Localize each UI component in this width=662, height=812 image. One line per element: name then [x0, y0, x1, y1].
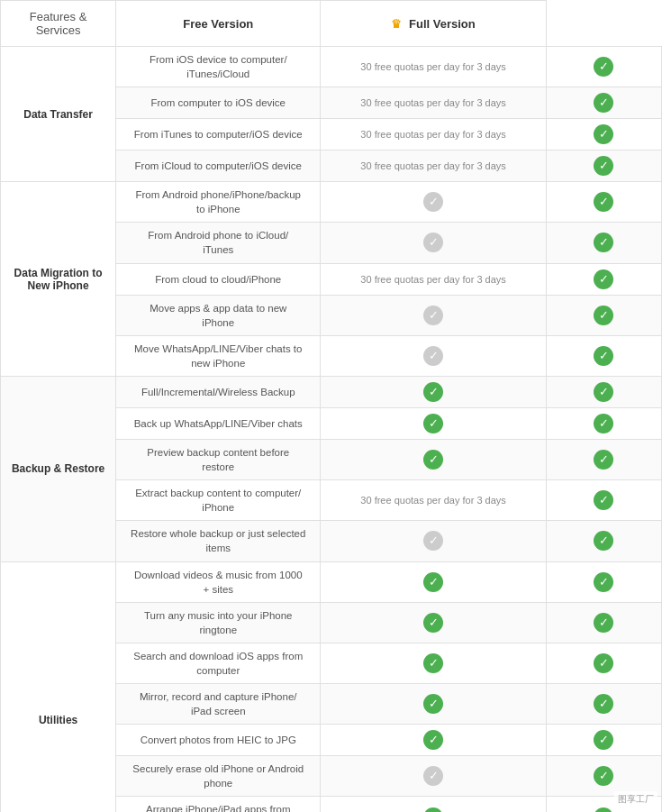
full-cell: ✓ [546, 521, 661, 561]
free-cell: ✓ [321, 756, 546, 797]
full-cell: ✓ [546, 263, 661, 295]
full-cell: ✓ [546, 439, 661, 479]
feature-cell: Back up WhatsApp/LINE/Viber chats [116, 407, 321, 439]
free-cell: 30 free quotas per day for 3 days [321, 87, 546, 119]
category-cell: Utilities [1, 561, 116, 812]
free-check-icon: ✓ [423, 414, 443, 433]
free-cell: ✓ [321, 602, 546, 643]
free-check-icon: ✓ [423, 382, 443, 402]
feature-cell: Download videos & music from 1000+ sites [116, 561, 321, 602]
full-cell: ✓ [546, 119, 661, 151]
free-cell: ✓ [321, 407, 546, 439]
full-check-icon: ✓ [594, 233, 613, 252]
full-cell: ✓ [546, 684, 661, 725]
feature-cell: Search and download iOS apps fromcompute… [116, 643, 321, 683]
full-check-icon: ✓ [594, 156, 613, 176]
free-cell: 30 free quotas per day for 3 days [321, 47, 546, 87]
free-cell: 30 free quotas per day for 3 days [321, 263, 546, 295]
full-cell: ✓ [546, 407, 661, 439]
full-check-icon: ✓ [594, 653, 613, 673]
feature-cell: Full/Incremental/Wireless Backup [116, 376, 321, 407]
feature-cell: From computer to iOS device [116, 87, 321, 119]
full-check-icon: ✓ [594, 572, 613, 592]
full-check-icon: ✓ [594, 414, 613, 433]
free-gray-icon: ✓ [423, 306, 443, 325]
full-cell: ✓ [546, 223, 661, 263]
free-gray-icon: ✓ [423, 233, 443, 252]
free-check-icon: ✓ [423, 613, 443, 633]
free-header: Free Version [116, 1, 321, 47]
full-header: ♛ Full Version [321, 1, 546, 47]
full-check-icon: ✓ [594, 346, 613, 366]
full-check-icon: ✓ [594, 613, 613, 633]
full-cell: ✓ [546, 602, 661, 643]
full-cell: ✓ [546, 151, 661, 182]
free-cell: ✓ [321, 439, 546, 479]
free-gray-icon: ✓ [423, 192, 443, 212]
free-gray-icon: ✓ [423, 766, 443, 786]
free-cell: ✓ [321, 561, 546, 602]
category-cell: Data Transfer [1, 47, 116, 182]
full-check-icon: ✓ [594, 93, 613, 113]
free-check-icon: ✓ [423, 807, 443, 812]
feature-cell: Securely erase old iPhone or Androidphon… [116, 756, 321, 797]
feature-cell: From iCloud to computer/iOS device [116, 151, 321, 182]
full-check-icon: ✓ [594, 124, 613, 144]
feature-cell: Turn any music into your iPhoneringtone [116, 602, 321, 643]
feature-cell: From iOS device to computer/iTunes/iClou… [116, 47, 321, 87]
free-cell: ✓ [321, 797, 546, 812]
full-check-icon: ✓ [594, 531, 613, 551]
feature-cell: From iTunes to computer/iOS device [116, 119, 321, 151]
full-cell: ✓ [546, 47, 661, 87]
comparison-table: Features & Services Free Version ♛ Full … [0, 0, 662, 812]
free-check-icon: ✓ [423, 450, 443, 470]
full-cell: ✓ [546, 725, 661, 756]
feature-cell: Mirror, record and capture iPhone/iPad s… [116, 684, 321, 725]
full-cell: ✓ [546, 376, 661, 407]
full-check-icon: ✓ [594, 382, 613, 402]
free-cell: ✓ [321, 725, 546, 756]
full-cell: ✓ [546, 643, 661, 683]
feature-cell: Arrange iPhone/iPad apps fromcomputer [116, 797, 321, 812]
free-check-icon: ✓ [423, 653, 443, 673]
feature-cell: Extract backup content to computer/iPhon… [116, 480, 321, 521]
free-cell: 30 free quotas per day for 3 days [321, 151, 546, 182]
feature-cell: From Android phone/iPhone/backupto iPhon… [116, 182, 321, 223]
free-cell: ✓ [321, 521, 546, 561]
feature-cell: Move WhatsApp/LINE/Viber chats tonew iPh… [116, 335, 321, 376]
free-check-icon: ✓ [423, 730, 443, 750]
full-cell: ✓ [546, 561, 661, 602]
free-cell: 30 free quotas per day for 3 days [321, 119, 546, 151]
full-cell: ✓ [546, 295, 661, 335]
full-check-icon: ✓ [594, 306, 613, 325]
feature-cell: Preview backup content beforerestore [116, 439, 321, 479]
feature-cell: Restore whole backup or just selectedite… [116, 521, 321, 561]
feature-cell: Convert photos from HEIC to JPG [116, 725, 321, 756]
full-cell: ✓ [546, 480, 661, 521]
full-check-icon: ✓ [594, 490, 613, 510]
full-cell: ✓ [546, 87, 661, 119]
free-cell: 30 free quotas per day for 3 days [321, 480, 546, 521]
full-check-icon: ✓ [594, 450, 613, 470]
free-check-icon: ✓ [423, 572, 443, 592]
category-cell: Backup & Restore [1, 376, 116, 561]
watermark: 图享工厂 [614, 791, 657, 807]
feature-cell: From cloud to cloud/iPhone [116, 263, 321, 295]
free-gray-icon: ✓ [423, 531, 443, 551]
full-check-icon: ✓ [594, 192, 613, 212]
full-check-icon: ✓ [594, 807, 613, 812]
free-cell: ✓ [321, 223, 546, 263]
free-cell: ✓ [321, 295, 546, 335]
free-cell: ✓ [321, 684, 546, 725]
full-check-icon: ✓ [594, 730, 613, 750]
full-cell: ✓ [546, 182, 661, 223]
free-check-icon: ✓ [423, 694, 443, 714]
free-cell: ✓ [321, 376, 546, 407]
crown-icon: ♛ [391, 17, 402, 31]
full-check-icon: ✓ [594, 694, 613, 714]
features-header: Features & Services [1, 1, 116, 47]
full-check-icon: ✓ [594, 57, 613, 77]
free-gray-icon: ✓ [423, 346, 443, 366]
feature-cell: Move apps & app data to newiPhone [116, 295, 321, 335]
free-cell: ✓ [321, 335, 546, 376]
